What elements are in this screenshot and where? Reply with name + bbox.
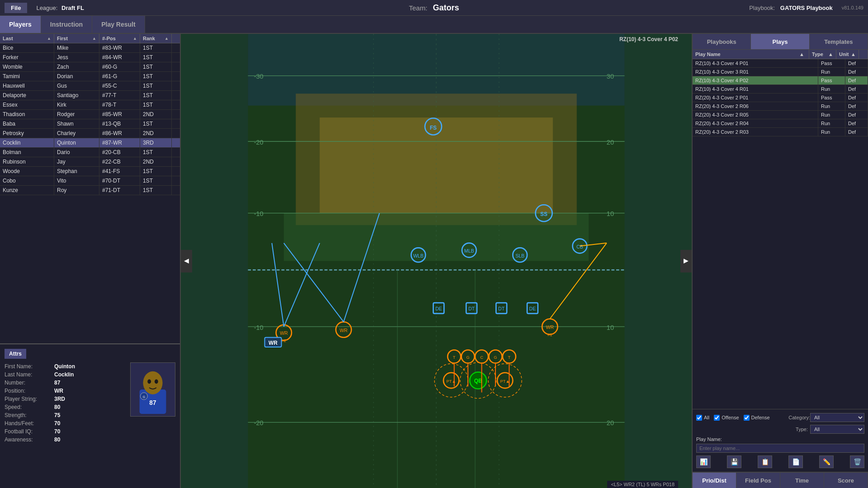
tab-players[interactable]: Players xyxy=(0,16,41,33)
paste-button[interactable]: 📄 xyxy=(788,455,803,468)
field-status: <L5> WR2 (TL) 5 WRs P018 xyxy=(607,481,678,488)
player-cell-last: Baba xyxy=(0,119,54,128)
right-tab-playbooks[interactable]: Playbooks xyxy=(693,34,751,49)
attr-awareness-label: Awareness: xyxy=(5,436,54,443)
play-unit-sort-icon: ▲ xyxy=(851,52,856,57)
bottom-tab-prio-dist[interactable]: Prio/Dist xyxy=(693,473,736,488)
right-tab-plays[interactable]: Plays xyxy=(751,34,809,49)
play-name-row: Play Name: xyxy=(696,436,864,453)
col-header-pos[interactable]: #-Pos ▲ xyxy=(99,34,140,43)
player-row[interactable]: Womble Zach #60-G 1ST xyxy=(0,62,180,72)
player-row[interactable]: Forker Jess #84-WR 1ST xyxy=(0,53,180,62)
play-col-header-type[interactable]: Type ▲ xyxy=(809,50,836,59)
svg-text:-30: -30 xyxy=(254,73,264,80)
player-row[interactable]: Hauxwell Gus #55-C 1ST xyxy=(0,81,180,91)
play-row[interactable]: RZ(10) 4-3 Cover 3 R01 Run Def xyxy=(693,68,868,76)
player-cell-last: Petrosky xyxy=(0,129,54,138)
player-cell-last: Cocklin xyxy=(0,138,54,147)
play-row[interactable]: RZ(10) 4-3 Cover 4 P01 Pass Def xyxy=(693,59,868,68)
bottom-tab-score[interactable]: Score xyxy=(824,473,868,488)
checkbox-all[interactable] xyxy=(696,415,702,421)
player-row[interactable]: Thadison Rodger #85-WR 2ND xyxy=(0,110,180,119)
svg-text:WLB: WLB xyxy=(413,253,424,258)
play-row[interactable]: RZ(20) 4-3 Cover 2 R03 Run Def xyxy=(693,128,868,136)
player-row[interactable]: Rubinson Jay #22-CB 2ND xyxy=(0,157,180,167)
play-cell-type: Pass xyxy=(818,59,845,67)
play-row[interactable]: RZ(10) 4-3 Cover 4 R01 Run Def xyxy=(693,85,868,94)
player-cell-last: Kunze xyxy=(0,186,54,195)
field-nav-right[interactable]: ► xyxy=(680,250,692,272)
svg-text:G: G xyxy=(494,355,497,360)
field-svg: -30 30 -20 20 -10 10 -10 10 xyxy=(192,34,680,488)
play-cell-name: RZ(10) 4-3 Cover 4 R01 xyxy=(693,85,818,93)
field-nav-left[interactable]: ◄ xyxy=(181,250,192,272)
player-row[interactable]: Bice Mike #83-WR 1ST xyxy=(0,43,180,53)
svg-text:G: G xyxy=(466,355,469,360)
player-cell-last: Rubinson xyxy=(0,157,54,166)
save-button[interactable]: 💾 xyxy=(727,455,741,468)
attr-awareness-value: 80 xyxy=(54,436,60,443)
checkbox-offense[interactable] xyxy=(714,415,720,421)
right-tab-templates[interactable]: Templates xyxy=(810,34,868,49)
player-table-body: Bice Mike #83-WR 1ST Forker Jess #84-WR … xyxy=(0,43,180,340)
player-cell-pos: #70-DT xyxy=(99,176,140,185)
player-row[interactable]: Cobo Vito #70-DT 1ST xyxy=(0,176,180,186)
player-row[interactable]: Petrosky Charley #86-WR 2ND xyxy=(0,129,180,138)
chart-button[interactable]: 📊 xyxy=(696,455,711,468)
category-dropdown[interactable]: All Offense Defense xyxy=(810,413,864,422)
player-row[interactable]: Essex Kirk #78-T 1ST xyxy=(0,100,180,110)
player-row[interactable]: Bolman Dario #20-CB 1ST xyxy=(0,148,180,157)
play-col-header-unit[interactable]: Unit ▲ xyxy=(836,50,859,59)
player-cell-pos: #78-T xyxy=(99,100,140,109)
edit-button[interactable]: ✏️ xyxy=(819,455,834,468)
col-header-rank[interactable]: Rank ▲ xyxy=(140,34,172,43)
svg-text:10: 10 xyxy=(607,324,614,331)
player-table-section: Last ▲ First ▲ #-Pos ▲ Rank ▲ B xyxy=(0,34,180,343)
copy-button[interactable]: 📋 xyxy=(758,455,772,468)
player-cell-rank: 3RD xyxy=(140,138,172,147)
filter-check-offense[interactable]: Offense xyxy=(714,415,739,421)
filter-check-all[interactable]: All xyxy=(696,415,709,421)
player-row[interactable]: Baba Shawn #13-QB 1ST xyxy=(0,119,180,129)
svg-text:30: 30 xyxy=(607,73,614,80)
player-cell-pos: #22-CB xyxy=(99,157,140,166)
play-cell-unit: Def xyxy=(845,85,868,93)
play-row[interactable]: RZ(10) 4-3 Cover 4 P02 Pass Def xyxy=(693,76,868,85)
player-row[interactable]: Delaporte Santiago #77-T 1ST xyxy=(0,91,180,100)
play-name-input[interactable] xyxy=(696,444,864,453)
svg-text:-20: -20 xyxy=(254,419,264,427)
delete-button[interactable]: 🗑️ xyxy=(850,455,864,468)
play-row[interactable]: RZ(20) 4-3 Cover 2 P01 Pass Def xyxy=(693,94,868,102)
tab-instruction[interactable]: Instruction xyxy=(41,16,92,33)
player-cell-pos: #13-QB xyxy=(99,119,140,128)
col-header-first[interactable]: First ▲ xyxy=(54,34,99,43)
col-header-last[interactable]: Last ▲ xyxy=(0,34,54,43)
type-dropdown[interactable]: All Pass Run xyxy=(810,425,864,434)
bottom-tab-field-pos[interactable]: Field Pos xyxy=(736,473,780,488)
filter-check-defense[interactable]: Defense xyxy=(744,415,770,421)
player-row[interactable]: Tamimi Dorian #61-G 1ST xyxy=(0,72,180,81)
checkbox-defense[interactable] xyxy=(744,415,750,421)
attr-strength-label: Strength: xyxy=(5,412,54,418)
player-row[interactable]: Kunze Roy #71-DT 1ST xyxy=(0,186,180,195)
svg-text:87: 87 xyxy=(149,399,156,406)
play-row[interactable]: RZ(20) 4-3 Cover 2 R06 Run Def xyxy=(693,102,868,111)
play-col-header-name[interactable]: Play Name ▲ xyxy=(693,50,809,59)
bottom-tab-time[interactable]: Time xyxy=(780,473,824,488)
tab-play-result[interactable]: Play Result xyxy=(92,16,145,33)
player-row[interactable]: Woode Stephan #41-FS 1ST xyxy=(0,167,180,176)
player-row[interactable]: Cocklin Quinton #87-WR 3RD xyxy=(0,138,180,148)
attr-hands-feet: Hands/Feet: 70 xyxy=(5,420,175,427)
play-row[interactable]: RZ(20) 4-3 Cover 2 R04 Run Def xyxy=(693,119,868,128)
play-cell-name: RZ(20) 4-3 Cover 2 R05 xyxy=(693,111,818,119)
avatar: 87 G xyxy=(130,362,175,417)
col-first-label: First xyxy=(57,36,68,41)
svg-text:#1: #1 xyxy=(547,333,552,337)
play-cell-unit: Def xyxy=(845,111,868,119)
play-row[interactable]: RZ(20) 4-3 Cover 2 R05 Run Def xyxy=(693,111,868,119)
file-button[interactable]: File xyxy=(5,3,27,13)
play-cell-type: Run xyxy=(818,111,845,119)
col-first-sort: ▲ xyxy=(92,36,96,41)
attr-strength-value: 75 xyxy=(54,412,60,418)
type-label: Type: xyxy=(796,427,808,432)
